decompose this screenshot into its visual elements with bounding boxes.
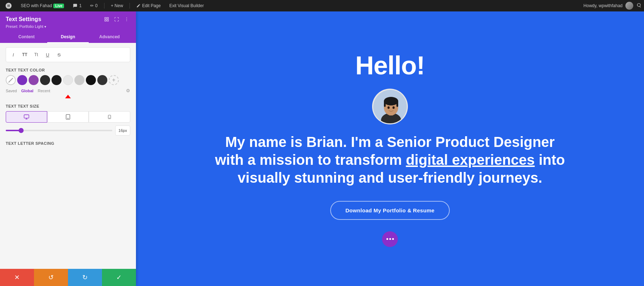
delete-icon: ✕ — [14, 273, 20, 281]
svg-point-6 — [126, 20, 127, 21]
format-toolbar: I TT Tt U S — [6, 47, 130, 62]
download-button[interactable]: Download My Portfolio & Resume — [330, 201, 449, 220]
panel-actions: ✕ ↺ ↻ ✓ — [0, 269, 136, 286]
swatch-1[interactable] — [17, 75, 27, 85]
tab-advanced[interactable]: Advanced — [89, 31, 130, 43]
admin-bar-right: Howdy, wpwithfahad — [584, 2, 641, 10]
preset-label: Preset: Portfolio Light — [6, 24, 43, 29]
color-tab-global[interactable]: Global — [21, 89, 33, 93]
svg-point-21 — [392, 106, 395, 109]
size-value[interactable]: 16px — [115, 125, 130, 135]
size-section: Text Text Size 16px — [6, 104, 130, 135]
hero-title: Hello! — [355, 51, 425, 80]
letter-spacing-section: Text Letter Spacing — [6, 141, 130, 146]
separator-2 — [130, 3, 130, 9]
swatch-8[interactable] — [97, 75, 107, 85]
site-name-item[interactable]: SEO with Fahad Live — [19, 0, 66, 11]
swatch-3[interactable] — [40, 75, 50, 85]
svg-point-9 — [68, 118, 68, 118]
live-badge: Live — [53, 4, 64, 8]
format-strikethrough[interactable]: S — [54, 50, 64, 60]
color-settings-icon[interactable]: ⚙ — [126, 88, 130, 93]
delete-button[interactable]: ✕ — [0, 269, 34, 286]
dot-1 — [386, 238, 388, 240]
confirm-icon: ✓ — [116, 273, 122, 281]
svg-rect-0 — [105, 18, 106, 19]
color-section: Text Text Color + Saved Global Rec — [6, 68, 130, 98]
panel-tabs: Content Design Advanced — [6, 31, 130, 43]
reset-icon: ↺ — [48, 273, 54, 281]
user-avatar[interactable] — [625, 2, 633, 10]
tab-content[interactable]: Content — [6, 31, 47, 43]
svg-rect-1 — [107, 18, 108, 19]
description-highlight: digital experiences — [406, 152, 535, 168]
format-underline[interactable]: U — [43, 50, 53, 60]
swatch-5[interactable] — [63, 75, 73, 85]
panel-header: Text Settings Preset: Portfolio Light ▾ — [0, 11, 136, 43]
svg-rect-2 — [107, 20, 108, 21]
site-name-label: SEO with Fahad — [21, 3, 52, 8]
separator-1 — [104, 3, 104, 9]
minimize-icon[interactable] — [103, 16, 110, 23]
arrow-indicator — [6, 95, 130, 98]
swatch-4[interactable] — [52, 75, 62, 85]
format-bold-title[interactable]: Tt — [31, 50, 41, 60]
size-section-label: Text Text Size — [6, 104, 130, 108]
arrow-up-icon — [65, 95, 71, 98]
svg-point-20 — [387, 106, 390, 109]
drafts-count: 0 — [95, 3, 98, 8]
expand-icon[interactable] — [113, 16, 120, 23]
panel-preset[interactable]: Preset: Portfolio Light ▾ — [6, 24, 130, 29]
color-tabs: Saved Global Recent ⚙ — [6, 88, 130, 93]
svg-point-11 — [109, 118, 110, 118]
device-mobile[interactable] — [89, 111, 130, 123]
swatch-current[interactable] — [6, 75, 16, 85]
color-tab-saved[interactable]: Saved — [6, 89, 17, 93]
size-slider[interactable] — [6, 130, 112, 131]
search-icon[interactable] — [636, 3, 641, 9]
panel-title: Text Settings — [6, 16, 41, 23]
redo-button[interactable]: ↻ — [68, 269, 102, 286]
exit-builder-label: Exit Visual Builder — [169, 3, 204, 8]
exit-builder-item[interactable]: Exit Visual Builder — [167, 0, 206, 11]
device-tablet[interactable] — [47, 111, 89, 123]
dot-3 — [392, 238, 394, 240]
redo-icon: ↻ — [82, 273, 88, 281]
color-tab-recent[interactable]: Recent — [38, 89, 50, 93]
device-buttons — [6, 111, 130, 123]
reset-button[interactable]: ↺ — [34, 269, 68, 286]
more-icon[interactable] — [123, 16, 130, 23]
swatch-7[interactable] — [86, 75, 96, 85]
svg-rect-3 — [105, 20, 106, 21]
preset-arrow: ▾ — [44, 25, 46, 29]
main-container: Text Settings Preset: Portfolio Light ▾ — [0, 11, 644, 286]
svg-rect-19 — [396, 100, 398, 107]
howdy-text: Howdy, wpwithfahad — [584, 3, 623, 8]
svg-rect-7 — [24, 115, 29, 118]
drafts-icon: ✏ — [90, 3, 94, 8]
swatch-6[interactable] — [74, 75, 84, 85]
format-bold-all[interactable]: TT — [20, 50, 30, 60]
dot-2 — [389, 238, 391, 240]
comments-item[interactable]: 1 — [70, 0, 84, 11]
wp-logo-item[interactable] — [3, 0, 14, 11]
new-item[interactable]: + New — [109, 0, 125, 11]
tab-design[interactable]: Design — [47, 31, 89, 43]
avatar — [372, 89, 408, 124]
hero-description: My name is Brian. I'm a Senior Product D… — [211, 133, 569, 187]
format-italic[interactable]: I — [8, 50, 18, 60]
color-section-label: Text Text Color — [6, 68, 130, 72]
swatch-add[interactable]: + — [109, 75, 119, 85]
dots-button[interactable] — [382, 231, 398, 247]
new-label: + New — [111, 3, 123, 8]
device-desktop[interactable] — [6, 111, 47, 123]
comments-count: 1 — [79, 3, 82, 8]
admin-bar: SEO with Fahad Live 1 ✏ 0 + New Edit Pag… — [0, 0, 644, 11]
confirm-button[interactable]: ✓ — [102, 269, 136, 286]
letter-spacing-label: Text Letter Spacing — [6, 141, 130, 146]
swatch-2[interactable] — [29, 75, 39, 85]
svg-point-5 — [126, 19, 127, 20]
drafts-item[interactable]: ✏ 0 — [88, 0, 100, 11]
edit-page-item[interactable]: Edit Page — [134, 0, 163, 11]
right-content: Hello! — [136, 11, 644, 286]
